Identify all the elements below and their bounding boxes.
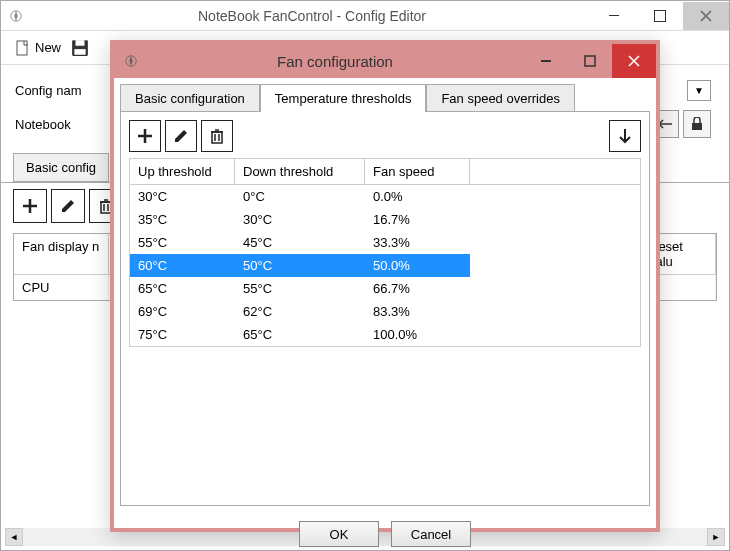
trash-icon [210, 128, 224, 144]
col-fan-display[interactable]: Fan display n [14, 234, 109, 274]
threshold-table: Up threshold Down threshold Fan speed 30… [129, 158, 641, 347]
threshold-table-header: Up threshold Down threshold Fan speed [130, 159, 640, 185]
plus-icon [21, 197, 39, 215]
threshold-row[interactable]: 69°C62°C83.3% [130, 300, 640, 323]
fan-config-dialog: Fan configuration Basic configuration Te… [110, 40, 660, 532]
cell-down: 50°C [235, 254, 365, 277]
cell-speed: 50.0% [365, 254, 470, 277]
main-titlebar: NoteBook FanControl - Config Editor [1, 1, 729, 31]
cell-speed: 100.0% [365, 323, 470, 346]
dialog-title: Fan configuration [146, 53, 524, 70]
dialog-edit-button[interactable] [165, 120, 197, 152]
pencil-icon [60, 198, 76, 214]
svg-rect-8 [585, 56, 595, 66]
col-up-threshold[interactable]: Up threshold [130, 159, 235, 184]
cell-up: 35°C [130, 208, 235, 231]
dropdown-button[interactable]: ▼ [687, 80, 711, 101]
dialog-down-button[interactable] [609, 120, 641, 152]
dialog-minimize-button[interactable] [524, 44, 568, 78]
main-window-title: NoteBook FanControl - Config Editor [33, 8, 591, 24]
config-name-label: Config nam [15, 83, 110, 98]
threshold-row[interactable]: 35°C30°C16.7% [130, 208, 640, 231]
dialog-window-controls [524, 44, 656, 78]
svg-rect-9 [212, 132, 222, 143]
cell-down: 65°C [235, 323, 365, 346]
svg-rect-5 [692, 123, 702, 130]
dialog-maximize-button[interactable] [568, 44, 612, 78]
dialog-close-button[interactable] [612, 44, 656, 78]
svg-rect-1 [17, 41, 27, 55]
close-button[interactable] [683, 2, 729, 30]
notebook-label: Notebook [15, 117, 110, 132]
tab-basic-config[interactable]: Basic config [13, 153, 109, 182]
cell-up: 60°C [130, 254, 235, 277]
lock-button[interactable] [683, 110, 711, 138]
close-icon [628, 55, 640, 67]
pencil-icon [173, 128, 189, 144]
cell-up: 55°C [130, 231, 235, 254]
app-icon [9, 9, 23, 23]
cell-down: 62°C [235, 300, 365, 323]
cell-up: 30°C [130, 185, 235, 208]
cell-up: 65°C [130, 277, 235, 300]
col-fan-speed[interactable]: Fan speed [365, 159, 470, 184]
threshold-row[interactable]: 30°C0°C0.0% [130, 185, 640, 208]
cell-speed: 66.7% [365, 277, 470, 300]
dialog-delete-button[interactable] [201, 120, 233, 152]
cancel-button[interactable]: Cancel [391, 521, 471, 547]
threshold-row[interactable]: 75°C65°C100.0% [130, 323, 640, 346]
arrow-down-icon [618, 128, 632, 144]
threshold-row[interactable]: 65°C55°C66.7% [130, 277, 640, 300]
cell-down: 0°C [235, 185, 365, 208]
dialog-app-icon [124, 54, 138, 68]
dialog-titlebar: Fan configuration [114, 44, 656, 78]
dialog-buttons: OK Cancel [114, 513, 656, 551]
new-button-label: New [35, 40, 61, 55]
tab-fan-speed-overrides[interactable]: Fan speed overrides [426, 84, 575, 112]
new-document-icon [15, 40, 31, 56]
dialog-add-button[interactable] [129, 120, 161, 152]
svg-rect-4 [74, 49, 85, 55]
cell-speed: 33.3% [365, 231, 470, 254]
cell-speed: 16.7% [365, 208, 470, 231]
col-down-threshold[interactable]: Down threshold [235, 159, 365, 184]
threshold-row[interactable]: 60°C50°C50.0% [130, 254, 640, 277]
threshold-row[interactable]: 55°C45°C33.3% [130, 231, 640, 254]
cell-speed: 83.3% [365, 300, 470, 323]
cell-down: 45°C [235, 231, 365, 254]
tab-temperature-thresholds[interactable]: Temperature thresholds [260, 84, 427, 112]
minimize-button[interactable] [591, 2, 637, 30]
window-controls [591, 2, 729, 30]
edit-button[interactable] [51, 189, 85, 223]
cell-up: 69°C [130, 300, 235, 323]
svg-rect-3 [76, 40, 85, 46]
tab-basic-configuration[interactable]: Basic configuration [120, 84, 260, 112]
dialog-tabs: Basic configuration Temperature threshol… [114, 78, 656, 112]
cell-up: 75°C [130, 323, 235, 346]
scroll-right-arrow[interactable]: ► [707, 528, 725, 546]
new-button[interactable]: New [9, 38, 67, 58]
dialog-content: Up threshold Down threshold Fan speed 30… [120, 111, 650, 506]
dialog-toolbar [129, 120, 641, 152]
cell-down: 55°C [235, 277, 365, 300]
save-icon[interactable] [71, 39, 89, 57]
maximize-button[interactable] [637, 2, 683, 30]
ok-button[interactable]: OK [299, 521, 379, 547]
add-button[interactable] [13, 189, 47, 223]
cell-fan-display: CPU [14, 275, 109, 300]
scroll-left-arrow[interactable]: ◄ [5, 528, 23, 546]
lock-icon [691, 117, 703, 131]
cell-down: 30°C [235, 208, 365, 231]
cell-speed: 0.0% [365, 185, 470, 208]
plus-icon [136, 127, 154, 145]
